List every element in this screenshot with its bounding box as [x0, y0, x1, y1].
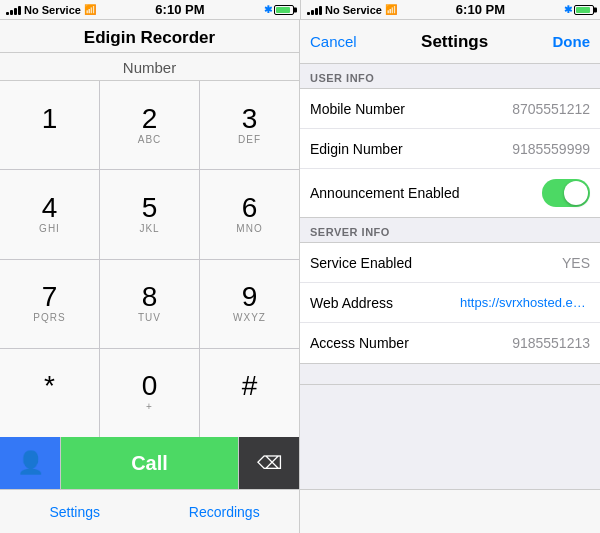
left-tab-bar: Settings Recordings	[0, 489, 299, 533]
dialer-title: Edigin Recorder	[0, 20, 299, 53]
mobile-number-value: 8705551212	[512, 101, 590, 117]
announcement-toggle[interactable]	[542, 179, 590, 207]
time-left: 6:10 PM	[155, 2, 204, 17]
key-9[interactable]: 9 WXYZ	[200, 260, 299, 348]
web-address-row: Web Address https://svrxhosted.ed...	[300, 283, 600, 323]
spacer	[300, 364, 600, 384]
settings-body: USER INFO Mobile Number 8705551212 Edigi…	[300, 64, 600, 489]
settings-panel: Cancel Settings Done USER INFO Mobile Nu…	[300, 20, 600, 533]
service-enabled-value: YES	[562, 255, 590, 271]
mobile-number-label: Mobile Number	[310, 101, 405, 117]
service-label-right: No Service	[325, 4, 382, 16]
battery-icon-right	[574, 5, 594, 15]
key-2[interactable]: 2 ABC	[100, 81, 199, 169]
key-5[interactable]: 5 JKL	[100, 170, 199, 258]
announcement-label: Announcement Enabled	[310, 185, 459, 201]
settings-nav-bar: Cancel Settings Done	[300, 20, 600, 64]
bluetooth-icon-left: ✱	[264, 4, 272, 15]
key-6[interactable]: 6 MNO	[200, 170, 299, 258]
edigin-number-row: Edigin Number 9185559999	[300, 129, 600, 169]
access-number-label: Access Number	[310, 335, 409, 351]
web-address-label: Web Address	[310, 295, 393, 311]
announcement-row: Announcement Enabled	[300, 169, 600, 217]
call-label: Call	[131, 452, 168, 475]
dialer-number-label: Number	[0, 53, 299, 81]
toggle-thumb	[564, 181, 588, 205]
key-3[interactable]: 3 DEF	[200, 81, 299, 169]
dialer-bottom-bar: 👤 Call ⌫	[0, 437, 299, 489]
status-bar-left: No Service 📶 6:10 PM ✱	[0, 0, 300, 20]
user-info-header: USER INFO	[300, 64, 600, 88]
dialer-panel: Edigin Recorder Number 1 2 ABC 3 DEF 4 G…	[0, 20, 300, 533]
delete-button[interactable]: ⌫	[239, 437, 299, 489]
edigin-number-value: 9185559999	[512, 141, 590, 157]
key-4[interactable]: 4 GHI	[0, 170, 99, 258]
backspace-icon: ⌫	[257, 452, 282, 474]
tab-settings[interactable]: Settings	[0, 496, 150, 528]
key-1[interactable]: 1	[0, 81, 99, 169]
wifi-icon-right: 📶	[385, 4, 397, 15]
key-8[interactable]: 8 TUV	[100, 260, 199, 348]
key-0[interactable]: 0 +	[100, 349, 199, 437]
status-bar: No Service 📶 6:10 PM ✱ No Service 📶 6:10…	[0, 0, 600, 20]
wifi-icon-left: 📶	[84, 4, 96, 15]
key-7[interactable]: 7 PQRS	[0, 260, 99, 348]
service-label-left: No Service	[24, 4, 81, 16]
signal-icon-left	[6, 5, 21, 15]
keypad: 1 2 ABC 3 DEF 4 GHI 5 JKL 6 MNO	[0, 81, 299, 437]
contact-icon: 👤	[17, 450, 44, 476]
access-number-value: 9185551213	[512, 335, 590, 351]
contacts-button[interactable]: 👤	[0, 437, 60, 489]
done-button[interactable]: Done	[552, 33, 590, 50]
key-star[interactable]: *	[0, 349, 99, 437]
server-info-header: SERVER INFO	[300, 218, 600, 242]
call-button[interactable]: Call	[61, 437, 238, 489]
right-bottom-bar	[300, 489, 600, 533]
battery-icon-left	[274, 5, 294, 15]
web-address-value: https://svrxhosted.ed...	[460, 295, 590, 310]
access-number-row: Access Number 9185551213	[300, 323, 600, 363]
service-enabled-label: Service Enabled	[310, 255, 412, 271]
bluetooth-icon-right: ✱	[564, 4, 572, 15]
edigin-number-label: Edigin Number	[310, 141, 403, 157]
service-enabled-row: Service Enabled YES	[300, 243, 600, 283]
cancel-button[interactable]: Cancel	[310, 33, 357, 50]
spacer2	[300, 385, 600, 405]
time-right: 6:10 PM	[456, 2, 505, 17]
mobile-number-row: Mobile Number 8705551212	[300, 89, 600, 129]
settings-title: Settings	[421, 32, 488, 52]
user-info-group: Mobile Number 8705551212 Edigin Number 9…	[300, 88, 600, 218]
tab-recordings[interactable]: Recordings	[150, 496, 300, 528]
signal-icon-right	[307, 5, 322, 15]
status-bar-right: No Service 📶 6:10 PM ✱	[300, 0, 600, 20]
server-info-group: Service Enabled YES Web Address https://…	[300, 242, 600, 364]
key-hash[interactable]: #	[200, 349, 299, 437]
